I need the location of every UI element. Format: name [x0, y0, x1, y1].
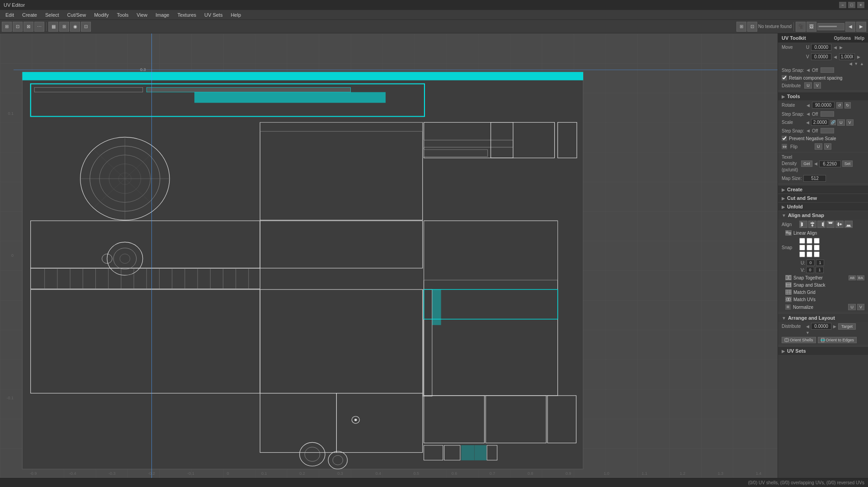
snap-u-val1[interactable] [807, 260, 815, 266]
toolbar-btn-2[interactable]: ⊠ [24, 22, 33, 32]
step-snap-move-arrow[interactable]: ◀ [806, 68, 810, 72]
snap-together-ba[interactable]: BA [857, 275, 864, 280]
snap-cb-7[interactable] [799, 251, 805, 257]
move-v-down[interactable]: ◀ [833, 55, 837, 59]
panel-help[interactable]: Help [854, 36, 864, 41]
snap-cb-9[interactable] [814, 251, 820, 257]
texel-preset-arrow[interactable]: ◀ [814, 161, 818, 166]
linear-align-row[interactable]: Linear Align [778, 229, 868, 236]
snap-cb-1[interactable] [799, 238, 805, 244]
snap-together-row[interactable]: Snap Together AB BA [778, 274, 868, 281]
align-snap-section-header[interactable]: ▼ Align and Snap [778, 211, 868, 219]
scale-v-btn[interactable]: V [846, 119, 854, 126]
arrange-section-header[interactable]: ▼ Arrange and Layout [778, 313, 868, 322]
step-snap-rotate-slider[interactable] [821, 111, 834, 117]
step-snap-rotate-arrow[interactable]: ◀ [806, 112, 810, 116]
tools-section-header[interactable]: ▶ Tools [778, 92, 868, 100]
menu-textures[interactable]: Textures [174, 11, 200, 19]
panel-options[interactable]: Options [834, 36, 851, 41]
toolbar-btn-5[interactable]: ⊞ [59, 22, 69, 32]
rotate-preset-arrow[interactable]: ◀ [806, 103, 810, 108]
snap-u-val2[interactable] [816, 260, 824, 266]
snap-cb-3[interactable] [814, 238, 820, 244]
toolbar-btn-1[interactable]: ⊡ [13, 22, 23, 32]
snap-cb-6[interactable] [814, 245, 820, 251]
toolbar-btn-6[interactable]: ◉ [70, 22, 80, 32]
move-u-up[interactable]: ▶ [839, 45, 843, 50]
menu-uvsets[interactable]: UV Sets [201, 11, 226, 19]
step-snap-move-slider[interactable] [821, 67, 834, 73]
distribute-arr-input[interactable] [811, 323, 831, 330]
orient-shells-btn[interactable]: Orient Shells [782, 337, 816, 343]
align-left-btn[interactable] [799, 221, 807, 228]
toolbar-tex[interactable]: ⊡ [747, 22, 757, 32]
distribute-target-btn[interactable]: Target [838, 323, 856, 330]
snap-cb-5[interactable] [807, 245, 812, 251]
move-extra-left[interactable]: ◀ [849, 61, 853, 66]
match-grid-row[interactable]: Match Grid [778, 288, 868, 296]
move-extra-up[interactable]: ▲ [859, 61, 864, 66]
scale-lock-icon[interactable]: 🔗 [830, 120, 836, 125]
step-snap-scale-arrow[interactable]: ◀ [806, 128, 810, 133]
create-section-header[interactable]: ▶ Create [778, 185, 868, 194]
snap-stack-row[interactable]: Snap and Stack [778, 281, 868, 288]
retain-component-checkbox[interactable] [782, 75, 787, 80]
snap-together-ab[interactable]: AB [849, 275, 856, 280]
toolbar-btn-3[interactable]: ⋯ [34, 22, 44, 32]
normalize-u-btn[interactable]: U [848, 304, 856, 310]
texel-set-btn[interactable]: Set [842, 161, 853, 167]
align-center-h-btn[interactable] [808, 221, 816, 228]
distribute-v-btn[interactable]: V [814, 82, 821, 89]
align-center-v-btn[interactable] [835, 221, 844, 228]
menu-create[interactable]: Create [19, 11, 41, 19]
move-v-input[interactable] [811, 53, 831, 60]
toolbar-btn-4[interactable]: ▦ [48, 22, 58, 32]
rotate-input[interactable] [812, 102, 835, 109]
map-size-input[interactable] [803, 175, 826, 182]
align-top-btn[interactable] [826, 221, 835, 228]
texel-get-btn[interactable]: Get [801, 161, 812, 167]
rotate-ccw[interactable]: ↺ [836, 102, 843, 109]
distribute-u-btn[interactable]: U [804, 82, 812, 89]
match-uvs-row[interactable]: Match UVs [778, 296, 868, 303]
toolbar-nav-next[interactable]: ▶ [856, 22, 866, 32]
flip-v-btn[interactable]: V [824, 143, 831, 150]
toolbar-btn-0[interactable]: ⊞ [2, 22, 12, 32]
prevent-negative-checkbox[interactable] [782, 136, 787, 141]
toolbar-nav-prev[interactable]: ◀ [845, 22, 855, 32]
scale-preset[interactable]: ◀ [806, 120, 810, 125]
close-button[interactable]: × [857, 2, 864, 8]
menu-tools[interactable]: Tools [113, 11, 132, 19]
menu-select[interactable]: Select [42, 11, 63, 19]
move-v-step[interactable] [839, 53, 855, 60]
orient-edges-btn[interactable]: Orient to Edges [818, 337, 857, 343]
menu-view[interactable]: View [133, 11, 151, 19]
flip-u-btn[interactable]: U [815, 143, 822, 150]
snap-v-val1[interactable] [806, 267, 814, 273]
menu-image[interactable]: Image [152, 11, 173, 19]
menu-edit[interactable]: Edit [2, 11, 18, 19]
snap-cb-8[interactable] [807, 251, 812, 257]
window-controls[interactable]: − □ × [839, 2, 864, 8]
move-u-input[interactable] [811, 44, 831, 51]
snap-cb-2[interactable] [807, 238, 812, 244]
distribute-arr-down[interactable]: ◀ [806, 324, 810, 329]
uvsets-section-header[interactable]: ▶ UV Sets [778, 346, 868, 355]
maximize-button[interactable]: □ [848, 2, 855, 8]
unfold-section-header[interactable]: ▶ Unfold [778, 202, 868, 211]
normalize-v-btn[interactable]: V [857, 304, 864, 310]
zoom-slider[interactable] [817, 23, 844, 30]
toolbar-btn-7[interactable]: ⊡ [81, 22, 91, 32]
snap-cb-4[interactable] [799, 245, 805, 251]
minimize-button[interactable]: − [839, 2, 846, 8]
uv-viewport[interactable]: 0.1 0 -0.1 -0.9 -0.4 -0.3 -0.2 -0.1 0 0.… [0, 33, 778, 478]
menu-modify[interactable]: Modify [90, 11, 112, 19]
align-right-btn[interactable] [817, 221, 826, 228]
scale-input[interactable] [811, 119, 829, 126]
distribute-extra-down[interactable]: ▼ [805, 331, 810, 335]
move-extra-down[interactable]: ▼ [854, 61, 859, 66]
move-u-down[interactable]: ◀ [833, 45, 837, 50]
toolbar-img[interactable]: 🖼 [807, 22, 816, 32]
distribute-arr-up[interactable]: ▶ [833, 324, 837, 329]
cutsew-section-header[interactable]: ▶ Cut and Sew [778, 194, 868, 202]
